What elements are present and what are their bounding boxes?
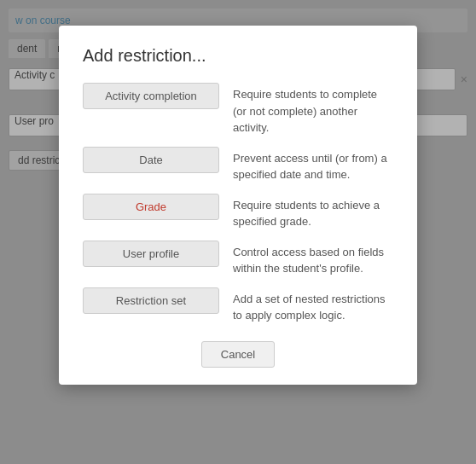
restriction-desc-activity-completion: Require students to complete (or not com… xyxy=(233,83,393,136)
restriction-desc-user-profile: Control access based on fields within th… xyxy=(233,241,393,277)
restriction-btn-restriction-set[interactable]: Restriction set xyxy=(83,287,219,314)
restriction-list: Activity completion Require students to … xyxy=(83,83,393,324)
modal-backdrop: Add restriction... Activity completion R… xyxy=(0,0,476,464)
restriction-item-restriction-set: Restriction set Add a set of nested rest… xyxy=(83,287,393,324)
restriction-item-grade: Grade Require students to achieve a spec… xyxy=(83,194,393,230)
restriction-item-date: Date Prevent access until (or from) a sp… xyxy=(83,147,393,183)
restriction-desc-date: Prevent access until (or from) a specifi… xyxy=(233,147,393,183)
restriction-item-activity-completion: Activity completion Require students to … xyxy=(83,83,393,136)
add-restriction-modal: Add restriction... Activity completion R… xyxy=(59,26,417,385)
restriction-btn-user-profile[interactable]: User profile xyxy=(83,241,219,267)
restriction-btn-date[interactable]: Date xyxy=(83,147,219,173)
restriction-desc-grade: Require students to achieve a specified … xyxy=(233,194,393,230)
restriction-btn-activity-completion[interactable]: Activity completion xyxy=(83,83,219,109)
cancel-button[interactable]: Cancel xyxy=(201,341,275,368)
restriction-desc-restriction-set: Add a set of nested restrictions to appl… xyxy=(233,287,393,324)
modal-title: Add restriction... xyxy=(83,46,393,66)
restriction-item-user-profile: User profile Control access based on fie… xyxy=(83,241,393,277)
modal-footer: Cancel xyxy=(83,341,393,368)
restriction-btn-grade[interactable]: Grade xyxy=(83,194,219,220)
